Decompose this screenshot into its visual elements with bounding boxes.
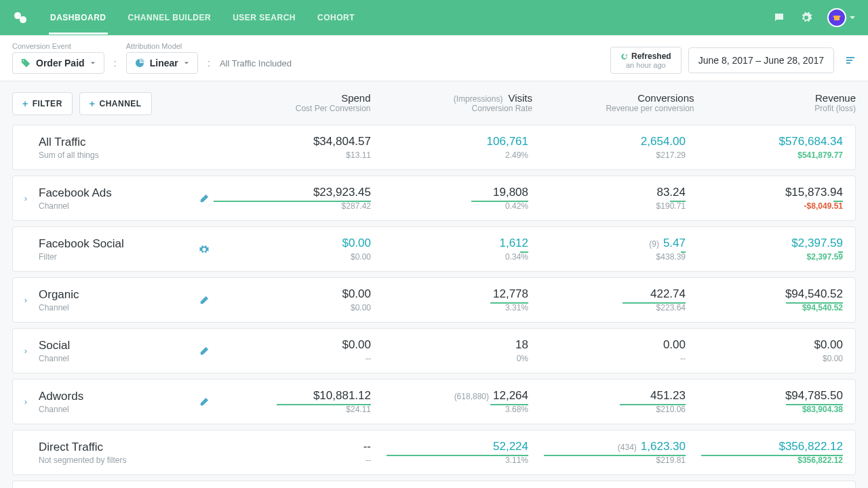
profit-loss: $0.00: [686, 354, 843, 363]
edit-button[interactable]: [195, 397, 214, 407]
edit-button[interactable]: [195, 346, 214, 356]
edit-button[interactable]: [195, 245, 214, 254]
user-menu[interactable]: [827, 8, 856, 27]
revenue-per-conversion: $217.29: [528, 150, 686, 160]
cost-per-conversion: --: [214, 455, 371, 465]
expand-toggle[interactable]: ›: [20, 396, 32, 407]
row-name: Facebook Ads: [39, 186, 195, 200]
visits-value: 12,778: [371, 287, 528, 301]
edit-button[interactable]: [195, 194, 214, 203]
table-row: › Adwords Channel $10,881.12 $24.11 (618…: [12, 379, 856, 424]
traffic-note: All Traffic Included: [220, 58, 292, 74]
revenue-per-conversion: $210.06: [528, 405, 686, 414]
nav-tab-user-search[interactable]: USER SEARCH: [231, 1, 297, 35]
row-subtitle: Channel: [39, 201, 195, 211]
row-name: Facebook Social: [39, 237, 195, 251]
row-subtitle: Channel: [39, 405, 195, 414]
revenue-per-conversion: $438.39: [528, 252, 686, 262]
conversion-rate: 0.34%: [371, 252, 528, 262]
cost-per-conversion: $24.11: [214, 405, 371, 414]
row-name: Organic: [39, 288, 195, 302]
expand-toggle[interactable]: ›: [20, 346, 32, 356]
conversions-value: (434)1,623.30: [528, 440, 686, 453]
revenue-value: $576,684.34: [686, 135, 843, 148]
conversions-value: 0.00: [528, 338, 686, 352]
col-spend: SpendCost Per Conversion: [209, 92, 371, 113]
visits-value: (618,880)12,264: [371, 389, 528, 403]
cost-per-conversion: --: [214, 354, 371, 363]
chat-icon[interactable]: [773, 12, 785, 24]
attribution-model-dropdown[interactable]: Linear: [126, 52, 198, 74]
table-row: Direct Traffic Not segmented by filters …: [12, 430, 856, 475]
profit-loss: $94,540.52: [686, 303, 843, 312]
conversions-value: 2,654.00: [528, 135, 686, 148]
spend-value: $34,804.57: [214, 135, 371, 148]
cost-per-conversion: $287.42: [214, 201, 371, 211]
expand-toggle[interactable]: ›: [20, 193, 32, 203]
expand-toggle[interactable]: ›: [20, 295, 32, 305]
revenue-per-conversion: --: [528, 354, 686, 363]
revenue-value: $2,397.59: [686, 237, 843, 250]
spend-value: $0.00: [214, 287, 371, 301]
spend-value: $23,923.45: [214, 186, 371, 199]
row-name: Direct Traffic: [39, 441, 195, 454]
cost-per-conversion: $0.00: [214, 252, 371, 262]
revenue-value: $15,873.94: [686, 186, 843, 199]
conversion-rate: 3.31%: [371, 303, 528, 312]
revenue-per-conversion: $219.81: [528, 455, 686, 465]
revenue-value: $94,785.50: [686, 389, 843, 403]
table-row: Facebook Social Filter $0.00 $0.00 1,612…: [12, 226, 856, 272]
row-subtitle: Channel: [39, 354, 195, 363]
conversion-rate: 3.68%: [371, 405, 528, 414]
caret-down-icon: [184, 60, 189, 66]
conversion-rate: 0%: [371, 354, 528, 363]
sort-icon[interactable]: [845, 55, 856, 66]
conversions-value: (9)5.47: [528, 237, 686, 250]
conversions-value: 422.74: [528, 287, 686, 301]
conversion-event-label: Conversion Event: [12, 42, 104, 50]
profit-loss: $356,822.12: [686, 455, 843, 465]
row-name: Social: [39, 339, 195, 352]
add-filter-button[interactable]: +FILTER: [12, 92, 73, 115]
refresh-icon: [620, 53, 628, 60]
conversion-rate: 2.49%: [371, 150, 528, 160]
conversion-rate: 3.11%: [371, 455, 528, 465]
row-name: All Traffic: [39, 136, 195, 149]
nav-tab-dashboard[interactable]: DASHBOARD: [49, 1, 108, 35]
conversion-rate: 0.42%: [371, 201, 528, 211]
profit-loss: -$8,049.51: [686, 201, 843, 211]
revenue-value: $0.00: [686, 338, 843, 352]
nav-tab-channel-builder[interactable]: CHANNEL BUILDER: [127, 1, 213, 35]
caret-down-icon: [90, 60, 96, 66]
revenue-value: $94,540.52: [686, 287, 843, 301]
row-subtitle: Sum of all things: [39, 150, 195, 160]
cost-per-conversion: $0.00: [214, 303, 371, 312]
date-range-picker[interactable]: June 8, 2017 – June 28, 2017: [688, 47, 834, 73]
visits-value: 18: [371, 338, 528, 352]
table-row: All Traffic Sum of all things $34,804.57…: [12, 125, 856, 170]
row-name: Adwords: [39, 390, 195, 403]
profit-loss: $541,879.77: [686, 150, 843, 160]
nav-tab-cohort[interactable]: COHORT: [316, 1, 356, 35]
cost-per-conversion: $13.11: [214, 150, 371, 160]
revenue-per-conversion: $223.64: [528, 303, 686, 312]
visits-value: 1,612: [371, 237, 528, 250]
table-row: › Social Channel $0.00 -- 18 0% 0.00 -- …: [12, 328, 856, 373]
brand-logo: [12, 9, 28, 26]
filter-bar: Conversion Event Order Paid : Attributio…: [0, 35, 868, 81]
edit-button[interactable]: [195, 296, 214, 305]
refresh-button[interactable]: Refreshed an hour ago: [610, 47, 682, 74]
pie-icon: [135, 58, 144, 68]
attribution-model-label: Attribution Model: [126, 42, 198, 50]
col-revenue: RevenueProfit (loss): [694, 92, 856, 113]
conversion-event-dropdown[interactable]: Order Paid: [12, 52, 104, 74]
visits-value: 106,761: [371, 135, 528, 148]
spend-value: $0.00: [214, 237, 371, 250]
gear-icon[interactable]: [800, 12, 812, 24]
spend-value: --: [214, 440, 371, 453]
conversions-value: 83.24: [528, 186, 686, 199]
add-channel-button[interactable]: +CHANNEL: [79, 92, 152, 115]
top-nav: DASHBOARDCHANNEL BUILDERUSER SEARCHCOHOR…: [0, 0, 868, 35]
spend-value: $10,881.12: [214, 389, 371, 403]
col-visits: (Impressions)VisitsConversion Rate: [371, 92, 533, 113]
